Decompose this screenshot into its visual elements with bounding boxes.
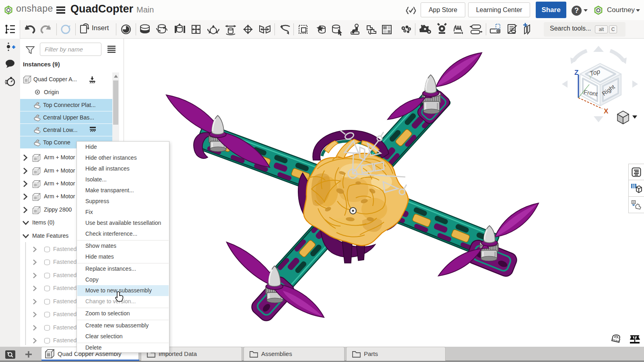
svg-text:Z: Z [574, 69, 578, 76]
svg-text:Y: Y [589, 75, 592, 80]
svg-text:X: X [604, 107, 609, 115]
